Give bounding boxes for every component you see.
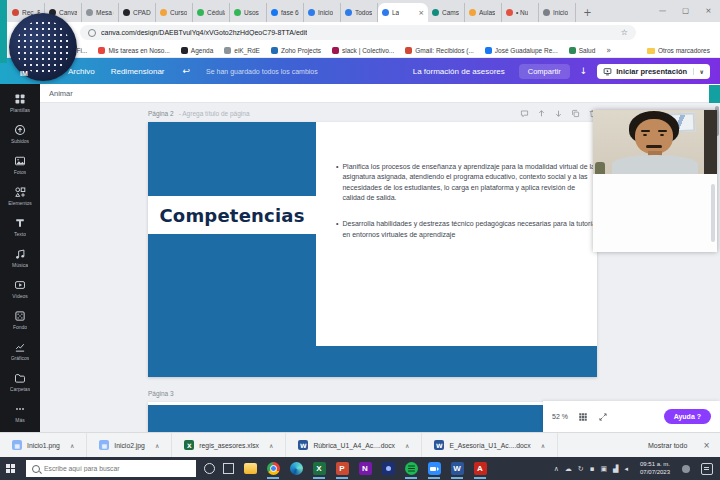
slide-title[interactable]: Competencias <box>159 205 304 226</box>
sidebar-item-elementos[interactable]: Elementos <box>0 180 40 211</box>
site-info-icon[interactable] <box>88 29 96 37</box>
download-item[interactable]: W E_Asesoría_U1_Ac....docx ∧ <box>422 433 558 457</box>
bullet-text[interactable]: Planifica los procesos de enseñanza y ap… <box>342 162 598 203</box>
duplicate-page-icon[interactable] <box>571 109 580 118</box>
tray-chevron-icon[interactable]: ∧ <box>554 465 559 473</box>
browser-tab[interactable]: Inicio <box>304 3 341 22</box>
download-item[interactable]: W Rúbrica_U1_A4_Ac....docx ∧ <box>286 433 422 457</box>
browser-tab[interactable]: CPAD <box>119 3 156 22</box>
tray-status-icon[interactable] <box>682 465 690 473</box>
present-button[interactable]: Iniciar presentación ∨ <box>597 64 710 79</box>
browser-tab[interactable]: Aulas <box>465 3 502 22</box>
sidebar-item-videos[interactable]: Vídeos <box>0 273 40 304</box>
spotify-icon[interactable] <box>404 461 418 476</box>
help-button[interactable]: Ayuda ? <box>664 409 711 424</box>
browser-tab[interactable]: Todos <box>341 3 378 22</box>
bookmark-item[interactable]: Zoho Projects <box>271 47 321 54</box>
download-caret-icon[interactable]: ∧ <box>541 442 545 449</box>
menu-archivo[interactable]: Archivo <box>68 67 95 76</box>
sidebar-item-subidos[interactable]: Subidos <box>0 118 40 149</box>
browser-tab[interactable]: Usos <box>230 3 267 22</box>
show-all-downloads-button[interactable]: Mostrar todo <box>648 442 687 449</box>
powerpoint-icon[interactable]: P <box>335 461 349 476</box>
browser-tab[interactable]: • Nu <box>502 3 539 22</box>
chrome-icon[interactable] <box>266 461 280 476</box>
browser-tab[interactable]: Cams <box>428 3 465 22</box>
bookmark-item[interactable]: Gmail: Recibidos (... <box>405 47 474 54</box>
slide-page-2[interactable]: Competencias • Planifica los procesos de… <box>148 122 597 377</box>
page2-title-hint[interactable]: - Agrega título de página <box>179 110 250 117</box>
acrobat-icon[interactable]: A <box>473 461 487 476</box>
slide-blue-panel[interactable] <box>148 122 316 377</box>
undo-icon[interactable]: ↩ <box>183 66 191 76</box>
bookmarks-overflow-icon[interactable]: » <box>606 46 611 55</box>
browser-tab[interactable]: Inicio <box>539 3 576 22</box>
download-item[interactable]: ▦ Inicio1.png ∧ <box>0 433 87 457</box>
address-bar[interactable]: canva.com/design/DAEBTvulYq4/xVGoto2hzHd… <box>80 25 636 40</box>
bookmark-item[interactable]: eiK_RdE <box>224 47 260 54</box>
download-caret-icon[interactable]: ∧ <box>155 442 159 449</box>
download-item[interactable]: X regis_asesores.xlsx ∧ <box>172 433 286 457</box>
resize-button[interactable]: Redimensionar <box>111 67 165 76</box>
slide-bullet[interactable]: • Desarrolla habilidades y destrezas téc… <box>336 219 598 240</box>
volume-icon[interactable]: ◂ <box>624 465 628 473</box>
onedrive-icon[interactable]: ☁ <box>565 465 572 473</box>
edge-icon[interactable] <box>289 461 303 476</box>
zoom-level[interactable]: 52 % <box>552 413 568 420</box>
camera-icon[interactable]: ▣ <box>600 465 607 473</box>
bookmark-item[interactable]: slack | Colectivo... <box>332 47 394 54</box>
sidebar-item-plantillas[interactable]: Plantillas <box>0 87 40 118</box>
sidebar-item-carpetas[interactable]: Carpetas <box>0 366 40 397</box>
move-page-down-icon[interactable] <box>554 109 563 118</box>
sidebar-item-graficos[interactable]: Gráficos <box>0 335 40 366</box>
download-caret-icon[interactable]: ∧ <box>405 442 409 449</box>
sidebar-item-musica[interactable]: Música <box>0 242 40 273</box>
bookmark-item[interactable]: Salud <box>569 47 596 54</box>
animate-button[interactable]: Animar <box>49 89 73 98</box>
slide-bottom-bar[interactable] <box>316 346 597 377</box>
download-caret-icon[interactable]: ∧ <box>269 442 273 449</box>
download-caret-icon[interactable]: ∧ <box>70 442 74 449</box>
start-button[interactable] <box>0 457 26 480</box>
present-dropdown-icon[interactable]: ∨ <box>693 68 704 75</box>
sidebar-item-texto[interactable]: Texto <box>0 211 40 242</box>
new-tab-button[interactable]: + <box>579 4 596 21</box>
task-view-icon[interactable] <box>223 463 234 474</box>
photos-icon[interactable] <box>381 461 395 476</box>
excel-icon[interactable]: X <box>312 461 326 476</box>
slide-bullet[interactable]: • Planifica los procesos de enseñanza y … <box>336 162 598 203</box>
share-button[interactable]: Compartir <box>519 64 570 79</box>
webcam-panel[interactable] <box>593 110 717 252</box>
pin-icon[interactable]: ▪ <box>590 465 595 473</box>
browser-tab[interactable]: Cédula <box>193 3 230 22</box>
browser-tab[interactable]: fase 6 <box>267 3 304 22</box>
notification-center-icon[interactable] <box>701 463 713 475</box>
browser-tab[interactable]: Mesa d <box>82 3 119 22</box>
minimize-button[interactable]: — <box>651 0 674 22</box>
webcam-panel-scrollbar[interactable] <box>711 184 715 242</box>
onenote-icon[interactable]: N <box>358 461 372 476</box>
browser-tab[interactable]: Curso <box>156 3 193 22</box>
sidebar-item-fotos[interactable]: Fotos <box>0 149 40 180</box>
network-icon[interactable]: ▟ <box>613 465 618 473</box>
slide-page-3[interactable] <box>148 402 597 432</box>
document-title[interactable]: La formación de asesores <box>413 67 505 76</box>
comment-icon[interactable] <box>520 109 529 118</box>
pages-grid-icon[interactable] <box>578 412 588 422</box>
bookmark-item[interactable]: José Guadalupe Re... <box>485 47 558 54</box>
file-explorer-icon[interactable] <box>243 461 257 476</box>
slide-bullets[interactable]: • Planifica los procesos de enseñanza y … <box>336 162 598 240</box>
zoom-icon[interactable] <box>427 461 441 476</box>
slide-title-band[interactable]: Competencias <box>148 196 316 234</box>
taskbar-clock[interactable]: 09:51 a. m. 07/07/2023 <box>640 461 670 475</box>
close-window-button[interactable]: × <box>697 0 720 22</box>
sync-icon[interactable]: ↻ <box>578 465 584 473</box>
browser-tab[interactable]: La × <box>378 3 428 22</box>
other-bookmarks-button[interactable]: Otros marcadores <box>647 47 710 54</box>
bookmark-item[interactable]: Mis tareas en Noso... <box>98 47 169 54</box>
cortana-icon[interactable] <box>204 463 215 474</box>
close-downloads-icon[interactable]: × <box>703 441 710 450</box>
taskbar-search[interactable] <box>26 460 196 477</box>
search-input[interactable] <box>44 465 190 472</box>
sidebar-item-fondo[interactable]: Fondo <box>0 304 40 335</box>
